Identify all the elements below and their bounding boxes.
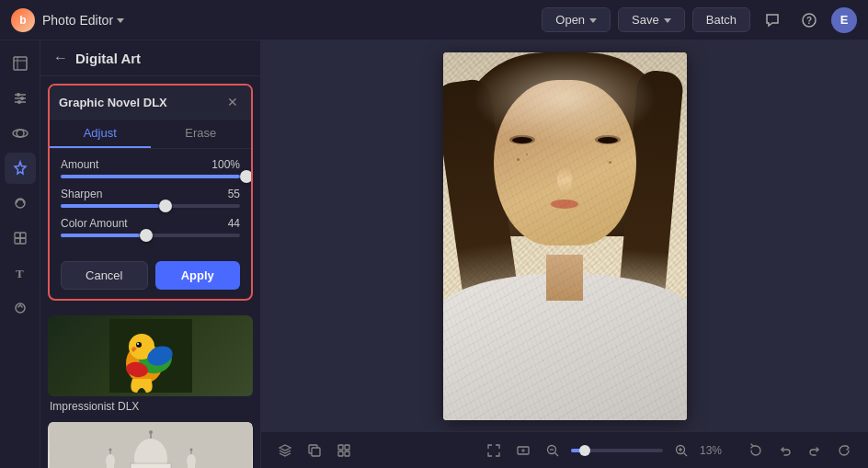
bottom-bar: 13% xyxy=(261,431,868,468)
svg-point-42 xyxy=(189,449,192,451)
color-amount-slider-row: Color Amount 44 xyxy=(61,217,240,237)
filter-ink-wash-dlx[interactable]: Ink Wash DLX xyxy=(48,422,253,468)
sharpen-label: Sharpen xyxy=(61,188,102,200)
svg-point-40 xyxy=(187,454,196,467)
app-title: Photo Editor xyxy=(42,13,113,28)
svg-point-36 xyxy=(106,454,115,467)
svg-text:?: ? xyxy=(806,16,812,26)
adjustment-panel: Graphic Novel DLX ✕ Adjust Erase Amount … xyxy=(48,84,253,301)
undo-button[interactable] xyxy=(772,438,798,463)
svg-rect-15 xyxy=(20,233,26,238)
filter-impressionist-thumb xyxy=(48,315,253,396)
photo-preview xyxy=(443,52,687,420)
svg-rect-47 xyxy=(338,445,343,450)
svg-point-9 xyxy=(20,97,24,100)
sharpen-slider-row: Sharpen 55 xyxy=(61,188,240,208)
filter-impressionist-dlx[interactable]: Impressionist DLX xyxy=(48,315,253,415)
cancel-button[interactable]: Cancel xyxy=(61,261,148,290)
svg-point-10 xyxy=(17,100,21,104)
app-title-dropdown[interactable]: Photo Editor xyxy=(42,13,124,28)
color-amount-value: 44 xyxy=(228,217,240,230)
comment-button[interactable] xyxy=(758,6,787,35)
save-button[interactable]: Save xyxy=(618,7,685,32)
svg-line-58 xyxy=(684,452,688,456)
icon-bar-more[interactable] xyxy=(5,292,36,324)
svg-rect-46 xyxy=(312,448,320,456)
canvas-content xyxy=(261,40,868,431)
svg-point-24 xyxy=(136,342,142,348)
icon-bar: T xyxy=(0,40,40,468)
amount-slider[interactable] xyxy=(61,175,240,178)
layers-button[interactable] xyxy=(272,438,298,463)
amount-value: 100% xyxy=(211,158,240,171)
zoom-controls: 13% xyxy=(540,438,732,463)
svg-point-12 xyxy=(13,130,28,137)
svg-rect-16 xyxy=(15,238,20,244)
grid-button[interactable] xyxy=(331,438,357,463)
svg-point-33 xyxy=(149,430,153,434)
panel-tabs: Adjust Erase xyxy=(50,120,251,149)
back-button[interactable]: ← xyxy=(53,50,68,66)
svg-line-54 xyxy=(555,452,559,456)
panel-header: Graphic Novel DLX ✕ xyxy=(50,86,251,120)
zoom-value: 13% xyxy=(700,444,732,457)
svg-point-8 xyxy=(17,93,20,97)
sidebar-header: ← Digital Art xyxy=(40,40,260,76)
svg-point-38 xyxy=(108,449,111,451)
user-avatar[interactable]: E xyxy=(831,7,857,33)
color-amount-label: Color Amount xyxy=(61,217,128,230)
svg-rect-50 xyxy=(345,451,349,456)
undo-refresh-button[interactable] xyxy=(743,438,769,463)
zoom-in-button[interactable] xyxy=(668,438,694,463)
tab-adjust[interactable]: Adjust xyxy=(50,120,151,148)
help-button[interactable]: ? xyxy=(794,6,824,35)
batch-button[interactable]: Batch xyxy=(692,7,750,32)
app-logo: b xyxy=(11,8,35,32)
copy-button[interactable] xyxy=(302,438,327,463)
svg-rect-48 xyxy=(345,445,349,450)
icon-bar-effects[interactable] xyxy=(5,153,36,184)
zoom-out-button[interactable] xyxy=(540,438,565,463)
open-button[interactable]: Open xyxy=(542,7,611,32)
save-chevron-icon xyxy=(664,18,671,23)
svg-point-11 xyxy=(17,130,24,137)
tab-erase[interactable]: Erase xyxy=(151,120,252,148)
amount-slider-row: Amount 100% xyxy=(61,158,240,178)
icon-bar-text[interactable]: T xyxy=(5,257,36,289)
panel-title: Graphic Novel DLX xyxy=(59,96,167,109)
icon-bar-layers[interactable] xyxy=(5,223,36,254)
color-amount-slider[interactable] xyxy=(61,234,240,237)
apply-button[interactable]: Apply xyxy=(155,261,241,290)
sidebar-title: Digital Art xyxy=(75,51,141,66)
icon-bar-digital-art[interactable] xyxy=(5,188,36,219)
zoom-slider[interactable] xyxy=(571,449,663,452)
chevron-down-icon xyxy=(117,18,124,23)
svg-rect-34 xyxy=(131,463,171,468)
filter-impressionist-name: Impressionist DLX xyxy=(48,396,253,415)
amount-label: Amount xyxy=(61,158,98,171)
redo-button[interactable] xyxy=(802,438,828,463)
svg-point-25 xyxy=(137,343,139,345)
svg-rect-17 xyxy=(20,238,26,244)
sharpen-slider[interactable] xyxy=(61,204,240,208)
svg-rect-49 xyxy=(338,451,343,456)
redo-end-button[interactable] xyxy=(831,438,857,463)
filter-ink-wash-thumb xyxy=(48,422,253,468)
aspect-button[interactable] xyxy=(510,438,536,463)
svg-rect-2 xyxy=(14,57,27,70)
svg-text:T: T xyxy=(16,267,24,280)
open-chevron-icon xyxy=(589,18,597,23)
svg-rect-14 xyxy=(15,233,20,238)
panel-close-button[interactable]: ✕ xyxy=(223,93,242,111)
icon-bar-crop[interactable] xyxy=(5,48,36,79)
icon-bar-adjust[interactable] xyxy=(5,83,36,114)
canvas-area: 13% xyxy=(261,40,868,468)
fit-button[interactable] xyxy=(481,438,507,463)
panel-body: Amount 100% Sharpen 55 xyxy=(50,149,251,256)
filter-list: Impressionist DLX xyxy=(40,308,260,468)
main-area: T ← Digital Art Graphic Novel DLX ✕ Adju… xyxy=(0,40,868,468)
icon-bar-view[interactable] xyxy=(5,118,36,149)
panel-actions: Cancel Apply xyxy=(50,256,251,299)
sidebar: ← Digital Art Graphic Novel DLX ✕ Adjust… xyxy=(40,40,261,468)
sharpen-value: 55 xyxy=(228,188,240,200)
